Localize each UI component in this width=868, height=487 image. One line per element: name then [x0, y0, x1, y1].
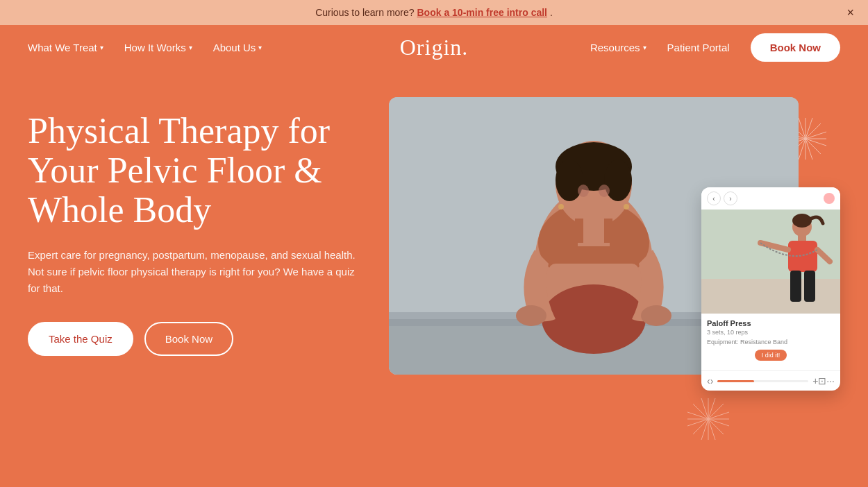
video-background [701, 210, 840, 314]
svg-point-27 [604, 160, 632, 201]
svg-point-31 [641, 305, 671, 326]
svg-point-28 [578, 185, 589, 197]
svg-point-30 [516, 305, 546, 326]
hero-section: Physical Therapy for Your Pelvic Floor &… [0, 69, 868, 481]
chevron-down-icon: ▾ [258, 44, 262, 51]
video-card-header: ‹ › [701, 187, 840, 210]
svg-point-22 [542, 284, 646, 354]
video-sets-reps: 3 sets, 10 reps [707, 329, 835, 336]
nav-item-how-it-works[interactable]: How It Works ▾ [124, 42, 192, 53]
navbar: What We Treat ▾ How It Works ▾ About Us … [0, 25, 868, 69]
announcement-link[interactable]: Book a 10-min free intro call [417, 7, 548, 18]
video-add-button[interactable]: + [812, 375, 818, 386]
video-done-button[interactable]: I did it! [755, 350, 787, 361]
svg-point-33 [624, 204, 629, 210]
decorative-starburst-2 [687, 398, 729, 440]
announcement-text-after: . [550, 7, 553, 18]
book-now-hero-button[interactable]: Book Now [144, 322, 233, 356]
close-announcement-button[interactable]: × [846, 6, 854, 20]
svg-point-32 [558, 204, 564, 210]
video-footer: ‹ › + ⊡ ··· [701, 370, 840, 391]
video-forward-button[interactable]: › [710, 375, 714, 386]
book-now-nav-button[interactable]: Book Now [751, 33, 840, 62]
hero-right-content: ‹ › [361, 97, 840, 481]
hero-subtitle: Expert care for pregnancy, postpartum, m… [28, 247, 361, 297]
svg-point-26 [556, 160, 583, 201]
nav-item-patient-portal[interactable]: Patient Portal [667, 42, 730, 53]
svg-rect-34 [575, 219, 583, 243]
equipment-label: Equipment: [707, 339, 739, 345]
video-progress-bar-container [717, 380, 808, 382]
video-prev-button[interactable]: ‹ [707, 191, 721, 205]
nav-item-what-we-treat[interactable]: What We Treat ▾ [28, 42, 103, 53]
announcement-bar: Curious to learn more? Book a 10-min fre… [0, 0, 868, 25]
video-more-button[interactable]: ··· [826, 375, 835, 386]
video-card: ‹ › [701, 187, 840, 391]
video-next-button[interactable]: › [724, 191, 737, 205]
hero-buttons: Take the Quiz Book Now [28, 322, 361, 356]
video-close-button[interactable] [824, 193, 835, 204]
chevron-down-icon: ▾ [100, 44, 103, 51]
video-equipment-info: Equipment: Resistance Band [707, 339, 835, 345]
nav-item-resources[interactable]: Resources ▾ [590, 42, 646, 53]
svg-rect-35 [604, 219, 612, 243]
svg-rect-44 [804, 271, 815, 302]
video-progress-bar [717, 380, 753, 382]
announcement-text-before: Curious to learn more? [315, 7, 414, 18]
equipment-value: Resistance Band [740, 339, 787, 345]
take-quiz-button[interactable]: Take the Quiz [28, 322, 133, 356]
video-exercise-title: Paloff Press [707, 319, 835, 327]
nav-right: Resources ▾ Patient Portal Book Now [590, 33, 840, 62]
video-controls-group: ‹ › [707, 191, 737, 205]
chevron-down-icon: ▾ [189, 44, 192, 51]
svg-point-29 [599, 185, 610, 197]
logo[interactable]: Origin. [400, 35, 469, 60]
hero-left-content: Physical Therapy for Your Pelvic Floor &… [28, 97, 361, 356]
nav-left: What We Treat ▾ How It Works ▾ About Us … [28, 42, 262, 53]
svg-rect-43 [790, 271, 801, 302]
svg-rect-37 [701, 279, 840, 314]
hero-title: Physical Therapy for Your Pelvic Floor &… [28, 111, 361, 230]
video-preview-area [701, 210, 840, 314]
nav-item-about-us[interactable]: About Us ▾ [213, 42, 262, 53]
video-info-panel: Paloff Press 3 sets, 10 reps Equipment: … [701, 314, 840, 370]
chevron-down-icon: ▾ [643, 44, 646, 51]
video-camera-button[interactable]: ⊡ [818, 375, 826, 386]
